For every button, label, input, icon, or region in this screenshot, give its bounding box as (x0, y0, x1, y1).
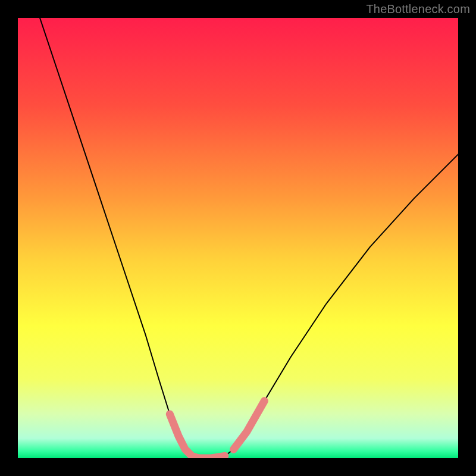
left-descent-highlight (170, 414, 198, 458)
right-ascent-highlight (234, 401, 265, 449)
curve-layer (18, 18, 458, 458)
watermark-text: TheBottleneck.com (366, 2, 470, 16)
valley-floor-highlight (198, 456, 224, 458)
chart-stage: TheBottleneck.com (0, 0, 476, 476)
bottleneck-curve (40, 18, 458, 458)
plot-area (18, 18, 458, 458)
highlight-markers (170, 401, 264, 458)
